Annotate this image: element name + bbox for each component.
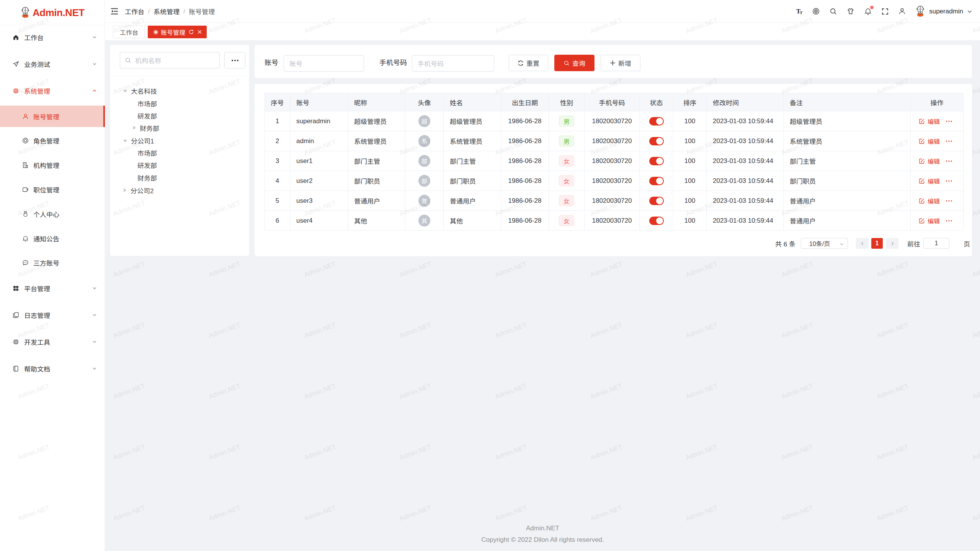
svg-text:T: T [800, 10, 802, 15]
